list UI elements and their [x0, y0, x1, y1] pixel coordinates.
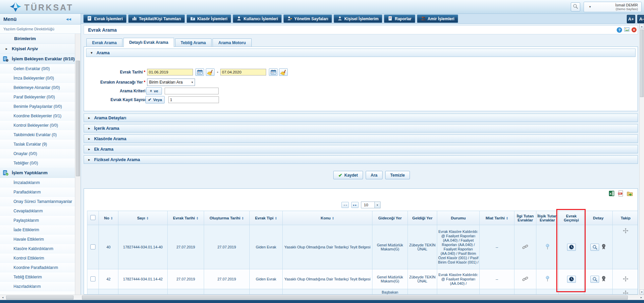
accordion-icerik-arama[interactable]: ► İçerik Arama	[84, 124, 638, 132]
sidebar-item-gelen-evraklar[interactable]: Gelen Evraklar (0/0)	[0, 64, 75, 73]
accordion-ek-arama[interactable]: ► Ek Arama	[84, 145, 638, 153]
menubar-tab-evrak-islemleri[interactable]: Evrak İşlemleri	[83, 14, 127, 23]
accordion-arama[interactable]: ▼ Arama	[86, 49, 636, 57]
sidebar-item-beklemeye-alinanlar[interactable]: Beklemeye Alınanlar (0/0)	[0, 83, 75, 92]
menubar-tab-yonetim-sayfalari[interactable]: Yönetim Sayfaları	[283, 14, 332, 23]
accordion-fiziksel-arsivde-arama[interactable]: ► Fiziksel Arşivde Arama	[84, 155, 638, 164]
related-documents-link-icon[interactable]	[522, 246, 529, 250]
menubar-tab-kullanici-islemleri[interactable]: Kullanıcı İşlemleri	[233, 14, 282, 23]
sidebar-item-paylastiklarim[interactable]: Paylaştıklarım	[0, 216, 75, 225]
scroll-up-arrow[interactable]: ▲	[640, 24, 644, 29]
sidebar-item-havale-ettiklerim[interactable]: Havale Ettiklerim	[0, 235, 75, 244]
scroll-down-arrow[interactable]: ▼	[640, 290, 644, 295]
sidebar-item-kontrol-ettiklerim[interactable]: Kontrol Ettiklerim	[0, 253, 75, 263]
col-evrak-tarihi[interactable]: Evrak Tarihi▲▼	[168, 211, 204, 225]
seal-ribbon-icon[interactable]	[601, 244, 606, 250]
scroll-right-arrow[interactable]: ►	[639, 295, 644, 300]
help-icon[interactable]: ?	[617, 27, 622, 33]
sidebar-item-imza-bekleyenler[interactable]: İmza Bekleyenler (0/0)	[0, 73, 75, 83]
calendar-button[interactable]	[195, 68, 204, 76]
sidebar-collapse-icon[interactable]: ◄◄	[65, 17, 71, 22]
font-decrease-button[interactable]: A-	[637, 15, 644, 23]
track-move-icon[interactable]	[623, 278, 628, 282]
sort-icon[interactable]: ▲▼	[242, 216, 244, 220]
clear-button[interactable]: Temizle	[385, 171, 410, 179]
sidebar-horizontal-scrollbar[interactable]: ◄	[0, 295, 81, 300]
sort-icon[interactable]: ▲▼	[506, 216, 508, 220]
picture-icon[interactable]	[624, 27, 629, 33]
calendar-button[interactable]	[269, 68, 278, 76]
sidebar-item-taslak-evraklar[interactable]: Taslak Evraklar (9)	[0, 140, 75, 149]
horizontal-scrollbar-thumb[interactable]	[82, 296, 628, 300]
content-horizontal-scrollbar[interactable]: ►	[81, 295, 644, 300]
attached-documents-pin-icon[interactable]	[545, 278, 550, 282]
accordion-arama-detaylari[interactable]: ► Arama Detayları	[84, 114, 638, 122]
tab-evrak-arama[interactable]: Evrak Arama	[86, 38, 122, 47]
sidebar-scrollbar-thumb[interactable]	[76, 61, 80, 176]
vertical-scrollbar-thumb[interactable]	[640, 30, 644, 97]
sidebar-item-teblig-ettiklerim[interactable]: Tebliğ Ettiklerim	[0, 272, 75, 282]
attached-documents-pin-icon[interactable]	[545, 246, 550, 250]
sidebar-item-onaylar[interactable]: Onaylar (0/0)	[0, 149, 75, 158]
folder-export-icon[interactable]	[627, 190, 633, 196]
sidebar-item-iade-ettiklerim[interactable]: İade Ettiklerim	[0, 225, 75, 235]
col-sayi[interactable]: Sayı▲▼	[118, 211, 168, 225]
document-history-button[interactable]	[567, 276, 576, 283]
document-history-button[interactable]	[567, 244, 576, 251]
and-criteria-button[interactable]: +ve	[146, 87, 162, 95]
content-vertical-scrollbar[interactable]: ▲ ▼	[639, 24, 644, 295]
sort-icon[interactable]: ▲▼	[111, 216, 113, 220]
sidebar-item-tebligler[interactable]: Tebliğler (0/0)	[0, 158, 75, 168]
sidebar-item-kisisel-arsiv[interactable]: ►Kişisel Arşiv	[0, 44, 75, 54]
excel-export-icon[interactable]: X	[609, 190, 615, 196]
horizontal-scrollbar-thumb[interactable]	[6, 296, 74, 300]
close-session-icon[interactable]: ✕	[632, 27, 637, 32]
sidebar-item-koordine-bekleyenler[interactable]: Koordine Bekleyenler (0/1)	[0, 111, 75, 121]
font-increase-button[interactable]: A+	[627, 15, 635, 23]
kayit-sayisi-input[interactable]	[168, 96, 219, 103]
menubar-tab-klasor-islemleri[interactable]: Klasör İşlemleri	[187, 14, 231, 23]
pdf-export-icon[interactable]: PDF	[618, 190, 624, 196]
sidebar-item-islem-yaptiklarim[interactable]: İşlem Yaptıklarım	[0, 168, 75, 178]
col-miat-tarihi[interactable]: Miat Tarihi▲▼	[480, 211, 514, 225]
detail-magnifier-button[interactable]	[590, 276, 599, 283]
col-konu[interactable]: Konu▲▼	[283, 211, 372, 225]
pager-first-button[interactable]: ◄◄	[341, 202, 349, 208]
track-move-icon[interactable]	[623, 230, 628, 234]
sort-icon[interactable]: ▲▼	[146, 216, 148, 220]
sidebar-item-parafladiklarim[interactable]: Parafladıklarım	[0, 187, 75, 197]
menubar-tab-kisisel-islemlerim[interactable]: Kişisel İşlemlerim	[334, 14, 382, 23]
tab-arama-motoru[interactable]: Arama Motoru	[213, 38, 251, 47]
sidebar-item-hazirladiklarim[interactable]: Hazırladıklarım	[0, 282, 75, 291]
menubar-tab-raporlar[interactable]: Raporlar	[384, 14, 415, 23]
page-size-select[interactable]: 10 ▾	[361, 202, 381, 208]
menubar-tab-teskilat-kisi-tanimlari[interactable]: Teşkilat/Kişi Tanımları	[128, 14, 185, 23]
sidebar-item-kontrol-bekleyenler[interactable]: Kontrol Bekleyenler (0/0)	[0, 121, 75, 130]
sort-icon[interactable]: ▲▼	[275, 216, 277, 220]
sidebar-item-takibimdeki-evraklar[interactable]: Takibimdeki Evraklar (0)	[0, 130, 75, 140]
row-checkbox[interactable]	[90, 244, 95, 249]
row-checkbox[interactable]	[90, 276, 95, 281]
accordion-klasorde-arama[interactable]: ► Klasörde Arama	[84, 134, 638, 143]
sort-icon[interactable]: ▲▼	[196, 216, 198, 220]
sidebar-item-koordine-parafladiklarim[interactable]: Koordine Parafladıklarım	[0, 263, 75, 272]
sidebar-item-onay-sureci-tamamlanmayanlar[interactable]: Onay Süreci Tamamlanmayanlar	[0, 197, 75, 206]
date-to-input[interactable]	[220, 69, 266, 75]
user-menu[interactable]: ▼ İsmail DEMİR (Demo Sayfası)	[584, 2, 642, 12]
scroll-left-arrow[interactable]: ◄	[0, 295, 5, 300]
tab-teblig-arama[interactable]: Tebliğ Arama	[175, 38, 212, 47]
sort-icon[interactable]: ▲▼	[332, 216, 334, 220]
arama-kriteri-input[interactable]	[165, 88, 219, 94]
clear-date-broom-button[interactable]	[206, 68, 215, 76]
sidebar-item-birimlerim[interactable]: Birimlerim	[0, 34, 75, 44]
col-evrak-tipi[interactable]: Evrak Tipi▲▼	[250, 211, 283, 225]
sidebar-item-imzaladiklarim[interactable]: İmzaladıklarım	[0, 178, 75, 187]
detail-magnifier-button[interactable]	[590, 244, 599, 251]
related-documents-link-icon[interactable]	[522, 278, 529, 282]
search-button[interactable]: Ara	[366, 171, 383, 179]
select-all-checkbox[interactable]	[90, 215, 95, 220]
col-no[interactable]: No▲▼	[99, 211, 118, 225]
pager-next-button[interactable]: ►►	[351, 202, 359, 208]
date-from-input[interactable]	[147, 69, 193, 75]
clear-date-broom-button[interactable]	[279, 68, 288, 76]
